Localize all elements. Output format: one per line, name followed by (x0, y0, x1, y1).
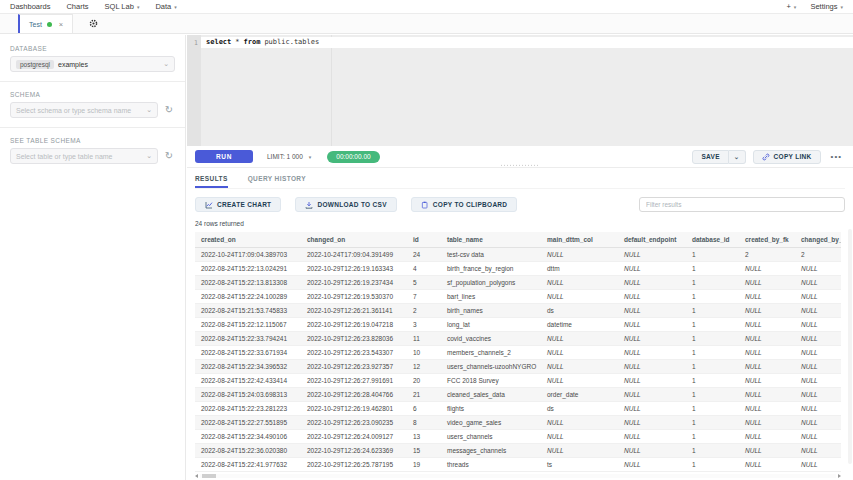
cell: 2022-10-29T12:26:23.927357 (301, 360, 407, 374)
cell: NULL (739, 388, 795, 402)
table-row: 2022-08-24T15:22:41.9776322022-10-29T12:… (195, 458, 841, 472)
query-tab-label: Test (29, 21, 42, 28)
plus-icon: + (786, 2, 790, 11)
caret-down-icon: ▾ (174, 4, 177, 10)
copy-to-clipboard-button[interactable]: COPY TO CLIPBOARD (411, 197, 518, 212)
cell: 1 (686, 248, 739, 262)
cell: NULL (618, 444, 686, 458)
cell: 2022-10-29T12:26:21.361141 (301, 304, 407, 318)
cell: NULL (618, 248, 686, 262)
scroll-left-arrow-icon[interactable] (195, 474, 198, 478)
download-icon (305, 201, 313, 209)
table-row: 2022-08-24T15:22:24.1002892022-10-29T12:… (195, 290, 841, 304)
table-select[interactable]: Select table or type table name ⌄ (10, 148, 158, 164)
cell: NULL (541, 248, 618, 262)
settings-menu[interactable]: Settings▾ (810, 2, 843, 11)
cell: NULL (618, 318, 686, 332)
table-schema-label: SEE TABLE SCHEMA (10, 137, 175, 144)
close-tab-icon[interactable]: × (59, 20, 63, 29)
limit-dropdown[interactable]: LIMIT: 1 000 ▾ (267, 153, 311, 160)
cell: 2022-10-29T12:26:24.623369 (301, 444, 407, 458)
table-vertical-scrollbar[interactable] (848, 229, 852, 464)
cell: NULL (541, 346, 618, 360)
cell: order_date (541, 388, 618, 402)
cell: 2022-10-29T12:26:24.009127 (301, 430, 407, 444)
cell: NULL (795, 290, 841, 304)
tab-query-history[interactable]: QUERY HISTORY (248, 175, 306, 188)
nav-charts[interactable]: Charts (66, 2, 88, 11)
chart-icon (205, 201, 213, 209)
download-csv-button[interactable]: DOWNLOAD TO CSV (295, 197, 396, 212)
cell: NULL (739, 332, 795, 346)
cell: NULL (739, 262, 795, 276)
more-options-button[interactable]: ••• (828, 152, 845, 161)
database-select[interactable]: postgresql examples ⌄ (10, 56, 175, 72)
table-horizontal-scrollbar[interactable] (195, 473, 841, 479)
column-header[interactable]: database_id (686, 232, 739, 248)
table-row: 2022-08-24T15:22:42.4334142022-10-29T12:… (195, 374, 841, 388)
query-tab-test[interactable]: Test × (18, 14, 73, 33)
cell: users_channels-uzoohNYGRO (441, 360, 541, 374)
schema-label: SCHEMA (10, 91, 175, 98)
cell: 2022-10-29T12:26:23.090235 (301, 416, 407, 430)
cell: 2022-08-24T15:22:24.100289 (195, 290, 301, 304)
create-chart-button[interactable]: CREATE CHART (195, 197, 281, 212)
scrollbar-thumb[interactable] (202, 474, 216, 478)
sql-editor[interactable]: 1 select*frompublic.tables (187, 35, 853, 146)
tab-results[interactable]: RESULTS (195, 175, 228, 188)
cell: birth_france_by_region (441, 262, 541, 276)
table-row: 2022-08-24T15:22:13.8133082022-10-29T12:… (195, 276, 841, 290)
sql-code-line[interactable]: select*frompublic.tables (201, 37, 853, 48)
cell: NULL (618, 458, 686, 472)
column-header[interactable]: default_endpoint (618, 232, 686, 248)
cell: 1 (686, 304, 739, 318)
run-button[interactable]: RUN (195, 150, 253, 163)
filter-results-input[interactable] (639, 197, 845, 212)
cell: NULL (795, 374, 841, 388)
cell: NULL (618, 276, 686, 290)
scroll-right-arrow-icon[interactable] (838, 474, 841, 478)
column-header[interactable]: table_name (441, 232, 541, 248)
refresh-table-icon[interactable]: ↻ (163, 150, 175, 162)
cell: 1 (686, 332, 739, 346)
nav-data[interactable]: Data▾ (155, 2, 176, 11)
cell: NULL (795, 346, 841, 360)
nav-sql-lab[interactable]: SQL Lab▾ (105, 2, 140, 11)
caret-down-icon: ▾ (309, 154, 312, 160)
cell: 2022-10-29T12:26:28.404766 (301, 388, 407, 402)
save-dropdown-button[interactable]: ⌄ (729, 150, 746, 164)
cell: NULL (541, 276, 618, 290)
table-row: 2022-08-24T15:24:03.6983132022-10-29T12:… (195, 388, 841, 402)
add-tab-button[interactable] (89, 14, 98, 33)
new-menu-button[interactable]: +▾ (786, 2, 796, 11)
cell: NULL (618, 304, 686, 318)
column-header[interactable]: changed_on (301, 232, 407, 248)
cell: 2022-10-29T12:26:27.991691 (301, 374, 407, 388)
table-header-row: created_onchanged_onidtable_namemain_dtt… (195, 232, 841, 248)
table-placeholder: Select table or type table name (16, 153, 113, 160)
cell: 2022-08-24T15:22:33.794241 (195, 332, 301, 346)
sql-identifier: public.tables (264, 38, 319, 46)
column-header[interactable]: main_dttm_col (541, 232, 618, 248)
table-row: 2022-08-24T15:22:12.1150672022-10-29T12:… (195, 318, 841, 332)
navbar-menu: Dashboards Charts SQL Lab▾ Data▾ (10, 2, 177, 11)
sql-keyword: select (206, 38, 231, 46)
save-button[interactable]: SAVE (692, 150, 728, 164)
cell: 8 (407, 416, 441, 430)
column-header[interactable]: created_on (195, 232, 301, 248)
table-row: 2022-08-24T15:22:23.2812232022-10-29T12:… (195, 402, 841, 416)
nav-dashboards[interactable]: Dashboards (10, 2, 50, 11)
chevron-down-icon: ⌄ (163, 60, 169, 68)
copy-link-button[interactable]: COPY LINK (753, 150, 821, 164)
cell: 20 (407, 374, 441, 388)
cell: ds (541, 304, 618, 318)
column-header[interactable]: created_by_fk (739, 232, 795, 248)
schema-select[interactable]: Select schema or type schema name ⌄ (10, 102, 158, 118)
cell: NULL (618, 388, 686, 402)
cell: NULL (541, 374, 618, 388)
refresh-schema-icon[interactable]: ↻ (163, 104, 175, 116)
column-header[interactable]: id (407, 232, 441, 248)
chevron-down-icon: ⌄ (146, 152, 152, 160)
column-header[interactable]: changed_by_fk (795, 232, 841, 248)
cell: 2022-10-24T17:09:04.391499 (301, 248, 407, 262)
